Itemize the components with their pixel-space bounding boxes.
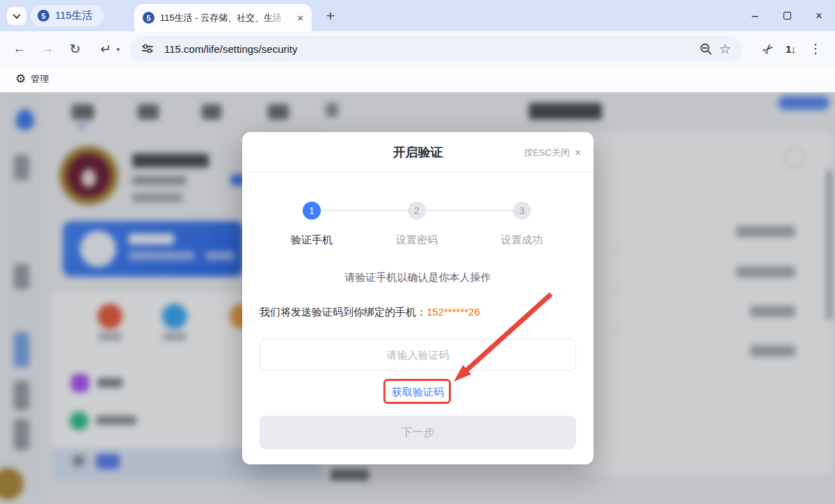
bookmark-star-icon[interactable]: ☆: [715, 39, 735, 58]
scissors-extension-icon[interactable]: ✂: [757, 38, 779, 59]
step-label-1: 验证手机: [270, 234, 353, 247]
tab-active[interactable]: 5 115生活 - 云存储、社交、生活 ×: [134, 4, 312, 31]
step-dot-1: 1: [303, 202, 321, 220]
modal-header: 开启验证 按ESC关闭 ×: [242, 132, 594, 173]
back-button[interactable]: ←: [8, 38, 31, 60]
send-code-label: 我们将发送验证码到你绑定的手机：: [260, 306, 427, 318]
forward-button[interactable]: →: [36, 38, 58, 60]
step-dot-3: 3: [513, 202, 531, 220]
site-favicon: 5: [143, 12, 154, 24]
zoom-out-icon[interactable]: [696, 39, 715, 58]
sort-extension-icon[interactable]: 1↓: [779, 38, 802, 59]
verification-code-input[interactable]: [260, 339, 576, 371]
browser-toolbar: ← → ↻ ↵ ▾ 115.com/life/settings/security…: [0, 31, 835, 66]
step-connector: [426, 210, 513, 211]
tab-group-chip[interactable]: 5 115生活: [31, 5, 104, 26]
chevron-down-icon: [13, 11, 20, 19]
step-dot-2: 2: [408, 202, 426, 220]
verification-modal: 开启验证 按ESC关闭 × 1 2 3 验证手机 设置密码 设置成功 请验证手机…: [242, 132, 594, 464]
stepper: 1 2 3: [242, 202, 594, 220]
close-window-button[interactable]: ×: [803, 0, 835, 31]
send-code-line: 我们将发送验证码到你绑定的手机：152******26: [260, 306, 480, 319]
reload-button[interactable]: ↻: [64, 38, 86, 60]
tab-group-label: 115生活: [55, 9, 93, 22]
tab-close-icon[interactable]: ×: [294, 12, 306, 24]
maximize-button[interactable]: [771, 0, 803, 31]
tab-strip: 5 115生活 5 115生活 - 云存储、社交、生活 × + – ×: [0, 0, 835, 31]
tab-search-button[interactable]: [7, 7, 26, 25]
close-icon[interactable]: ×: [575, 147, 581, 159]
next-step-button[interactable]: 下一步: [260, 416, 576, 449]
new-tab-button[interactable]: +: [320, 6, 341, 26]
masked-phone-number: 152******26: [427, 306, 480, 318]
return-arrow-icon: ↵: [100, 41, 111, 57]
gear-icon: ⚙: [15, 72, 26, 86]
scissors-icon: ✂: [758, 39, 778, 58]
bookmarks-bar: ⚙ 管理: [0, 66, 835, 92]
url-text[interactable]: 115.com/life/settings/security: [164, 43, 696, 55]
step-label-2: 设置密码: [375, 234, 459, 247]
browser-menu-icon[interactable]: ⋮: [804, 38, 827, 59]
step-label-3: 设置成功: [480, 234, 564, 247]
bookmark-label: 管理: [31, 73, 49, 86]
browser-window: 5 115生活 5 115生活 - 云存储、社交、生活 × + – × ← → …: [0, 0, 835, 504]
esc-hint: 按ESC关闭: [524, 147, 570, 159]
return-arrow-button[interactable]: ↵ ▾: [92, 38, 120, 60]
site-favicon: 5: [38, 10, 49, 22]
tab-title: 115生活 - 云存储、社交、生活: [160, 12, 289, 24]
maximize-icon: [784, 12, 791, 19]
site-settings-icon[interactable]: [138, 39, 157, 58]
modal-subtitle: 请验证手机以确认是你本人操作: [242, 271, 594, 284]
page-content: 开启验证 按ESC关闭 × 1 2 3 验证手机 设置密码 设置成功 请验证手机…: [0, 92, 835, 504]
window-controls: – ×: [739, 0, 835, 31]
address-bar[interactable]: 115.com/life/settings/security ☆: [129, 36, 742, 61]
step-connector: [321, 210, 408, 211]
bookmark-manage[interactable]: ⚙ 管理: [10, 69, 54, 89]
modal-close-button[interactable]: 按ESC关闭 ×: [524, 132, 581, 173]
caret-down-icon: ▾: [116, 46, 120, 53]
modal-title: 开启验证: [393, 144, 443, 161]
get-code-link[interactable]: 获取验证码: [242, 386, 594, 399]
stepper-labels: 验证手机 设置密码 设置成功: [242, 234, 594, 247]
minimize-button[interactable]: –: [739, 0, 771, 31]
